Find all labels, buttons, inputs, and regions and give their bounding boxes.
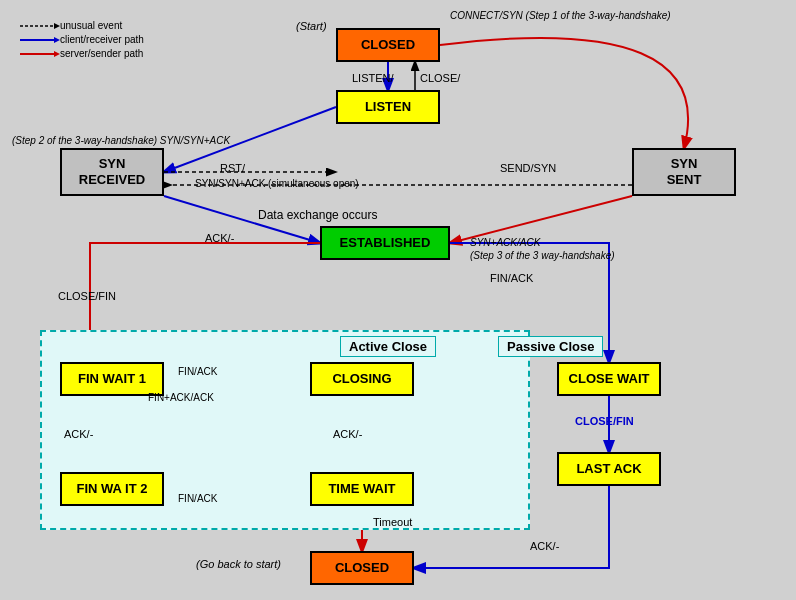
label-close-fin-left: CLOSE/FIN <box>58 290 116 302</box>
state-closing: CLOSING <box>310 362 414 396</box>
label-send-syn: SEND/SYN <box>500 162 556 174</box>
state-fin-wait-2: FIN WA IT 2 <box>60 472 164 506</box>
label-ack-fin-wait1: ACK/- <box>64 428 93 440</box>
label-rsta: RST/ <box>220 162 245 174</box>
label-close-fin-right: CLOSE/FIN <box>575 415 634 427</box>
label-ack-established: ACK/- <box>205 232 234 244</box>
tcp-diagram: unusual event client/receiver path serve… <box>0 0 796 600</box>
label-ack-last: ACK/- <box>530 540 559 552</box>
label-step1: CONNECT/SYN (Step 1 of the 3-way-handsha… <box>450 10 671 21</box>
legend-server: server/sender path <box>60 48 143 59</box>
label-fin-plus-ack: FIN+ACK/ACK <box>148 392 214 403</box>
label-ack-closing: ACK/- <box>333 428 362 440</box>
state-last-ack: LAST ACK <box>557 452 661 486</box>
legend-client: client/receiver path <box>60 34 144 45</box>
legend-unusual: unusual event <box>60 20 122 31</box>
label-fin-ack-top: FIN/ACK <box>490 272 533 284</box>
passive-close-label: Passive Close <box>498 336 603 357</box>
label-syn-syn-ack-sim: SYN/SYN+ACK (simultaneous open) <box>195 178 359 189</box>
label-fin-ack-2: FIN/ACK <box>178 493 217 504</box>
label-start: (Start) <box>296 20 327 32</box>
state-time-wait: TIME WAIT <box>310 472 414 506</box>
state-syn-received: SYNRECEIVED <box>60 148 164 196</box>
label-step3: SYN+ACK/ACK(Step 3 of the 3 way-handshak… <box>470 236 615 262</box>
label-timeout: Timeout <box>373 516 412 528</box>
label-listen-arrow: LISTEN/ <box>352 72 394 84</box>
label-close-top: CLOSE/ <box>420 72 460 84</box>
state-listen: LISTEN <box>336 90 440 124</box>
legend: unusual event client/receiver path serve… <box>20 20 144 62</box>
state-close-wait: CLOSE WAIT <box>557 362 661 396</box>
state-established: ESTABLISHED <box>320 226 450 260</box>
state-fin-wait-1: FIN WAIT 1 <box>60 362 164 396</box>
active-close-label: Active Close <box>340 336 436 357</box>
label-go-back: (Go back to start) <box>196 558 281 570</box>
state-syn-sent: SYNSENT <box>632 148 736 196</box>
label-data-exchange: Data exchange occurs <box>258 208 377 222</box>
label-step2: (Step 2 of the 3-way-handshake) SYN/SYN+… <box>12 135 230 146</box>
label-fin-ack-arrow1: FIN/ACK <box>178 366 217 377</box>
state-closed-top: CLOSED <box>336 28 440 62</box>
state-closed-bottom: CLOSED <box>310 551 414 585</box>
